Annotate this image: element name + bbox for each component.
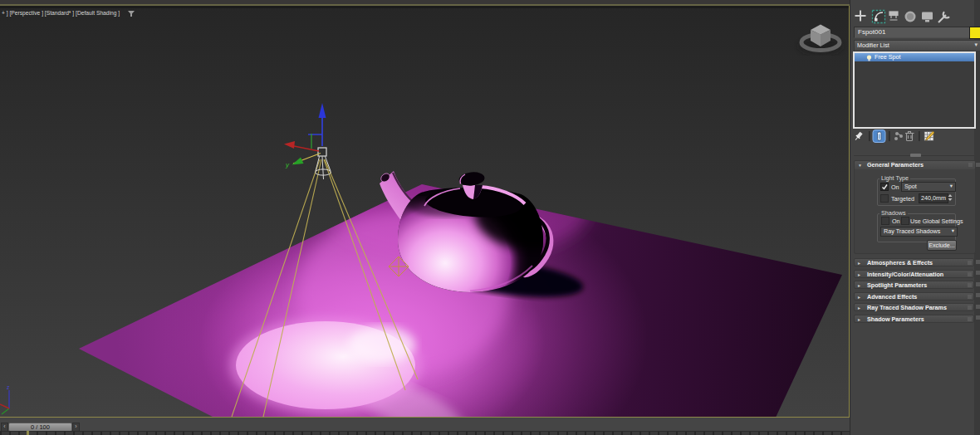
svg-text:y: y	[285, 161, 290, 169]
svg-text:z: z	[7, 384, 10, 390]
